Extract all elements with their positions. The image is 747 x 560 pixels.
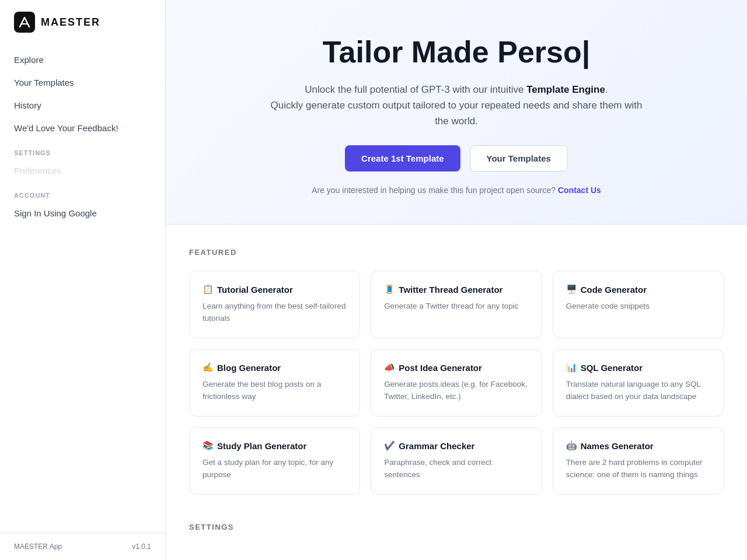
hero-title: Tailor Made Perso| (189, 35, 724, 70)
featured-card-7[interactable]: ✔️ Grammar Checker Paraphrase, check and… (371, 427, 542, 495)
sidebar-item-history[interactable]: History (7, 94, 158, 116)
card-desc-7: Paraphrase, check and correct sentences (384, 457, 528, 481)
card-emoji-1: 🧵 (384, 284, 395, 295)
your-templates-button[interactable]: Your Templates (470, 145, 568, 172)
card-title-7: ✔️ Grammar Checker (384, 440, 528, 451)
card-emoji-4: 📣 (384, 362, 395, 373)
featured-card-4[interactable]: 📣 Post Idea Generator Generate posts ide… (371, 349, 542, 416)
hero-subtitle-bold: Template Engine (526, 84, 605, 95)
card-desc-5: Translate natural language to any SQL di… (566, 379, 710, 403)
logo-icon (14, 12, 35, 33)
featured-card-6[interactable]: 📚 Study Plan Generator Get a study plan … (189, 427, 360, 495)
card-desc-3: Generate the best blog posts on a fricti… (203, 379, 347, 403)
card-emoji-7: ✔️ (384, 440, 395, 451)
featured-card-5[interactable]: 📊 SQL Generator Translate natural langua… (553, 349, 724, 416)
svg-rect-0 (14, 12, 35, 33)
hero-section: Tailor Made Perso| Unlock the full poten… (166, 0, 747, 225)
card-desc-2: Generate code snippets (566, 300, 710, 313)
card-title-1: 🧵 Twitter Thread Generator (384, 284, 528, 295)
sidebar-item-preferences: Preferences (7, 160, 158, 181)
featured-card-0[interactable]: 📋 Tutorial Generator Learn anything from… (189, 271, 360, 338)
card-desc-8: There are 2 hard problems in computer sc… (566, 457, 710, 481)
logo: MAESTER (0, 0, 165, 44)
sidebar-navigation: Explore Your Templates History We'd Love… (0, 49, 165, 533)
card-emoji-0: 📋 (203, 284, 214, 295)
account-section-label: ACCOUNT (7, 183, 158, 202)
hero-buttons: Create 1st Template Your Templates (189, 145, 724, 172)
sidebar-item-explore[interactable]: Explore (7, 49, 158, 71)
featured-card-3[interactable]: ✍️ Blog Generator Generate the best blog… (189, 349, 360, 416)
sidebar-footer: MAESTER App v1.0.1 (0, 533, 165, 560)
card-desc-1: Generate a Twitter thread for any topic (384, 300, 528, 313)
open-source-text: Are you interested in helping us make th… (189, 186, 724, 195)
card-emoji-2: 🖥️ (566, 284, 577, 295)
featured-card-8[interactable]: 🤖 Names Generator There are 2 hard probl… (553, 427, 724, 495)
featured-title: FEATURED (189, 248, 724, 257)
card-emoji-3: ✍️ (203, 362, 214, 373)
hero-subtitle: Unlock the full potential of GPT-3 with … (270, 82, 643, 130)
card-title-4: 📣 Post Idea Generator (384, 362, 528, 373)
card-emoji-6: 📚 (203, 440, 214, 451)
settings-section-title: SETTINGS (189, 523, 724, 531)
hero-subtitle-plain: Unlock the full potential of GPT-3 with … (305, 84, 526, 95)
featured-cards-grid: 📋 Tutorial Generator Learn anything from… (189, 271, 724, 495)
create-template-button[interactable]: Create 1st Template (345, 145, 460, 172)
footer-app-name: MAESTER App (14, 542, 62, 551)
card-emoji-8: 🤖 (566, 440, 577, 451)
main-content: Tailor Made Perso| Unlock the full poten… (166, 0, 747, 560)
card-title-0: 📋 Tutorial Generator (203, 284, 347, 295)
card-emoji-5: 📊 (566, 362, 577, 373)
settings-section: SETTINGS (166, 517, 747, 560)
sidebar-item-your-templates[interactable]: Your Templates (7, 72, 158, 93)
featured-card-2[interactable]: 🖥️ Code Generator Generate code snippets (553, 271, 724, 338)
card-title-2: 🖥️ Code Generator (566, 284, 710, 295)
card-title-8: 🤖 Names Generator (566, 440, 710, 451)
card-title-5: 📊 SQL Generator (566, 362, 710, 373)
card-title-3: ✍️ Blog Generator (203, 362, 347, 373)
footer-version: v1.0.1 (132, 542, 151, 551)
sidebar: MAESTER Explore Your Templates History W… (0, 0, 166, 560)
card-desc-0: Learn anything from the best self-tailor… (203, 300, 347, 325)
featured-card-1[interactable]: 🧵 Twitter Thread Generator Generate a Tw… (371, 271, 542, 338)
card-desc-4: Generate posts ideas (e.g. for Facebook,… (384, 379, 528, 403)
card-desc-6: Get a study plan for any topic, for any … (203, 457, 347, 481)
contact-us-link[interactable]: Contact Us (558, 186, 601, 195)
featured-section: FEATURED 📋 Tutorial Generator Learn anyt… (166, 225, 747, 517)
sidebar-item-feedback[interactable]: We'd Love Your Feedback! (7, 117, 158, 139)
sidebar-item-sign-in[interactable]: Sign In Using Google (7, 202, 158, 224)
logo-text: MAESTER (41, 16, 100, 29)
card-title-6: 📚 Study Plan Generator (203, 440, 347, 451)
settings-section-label: SETTINGS (7, 140, 158, 160)
